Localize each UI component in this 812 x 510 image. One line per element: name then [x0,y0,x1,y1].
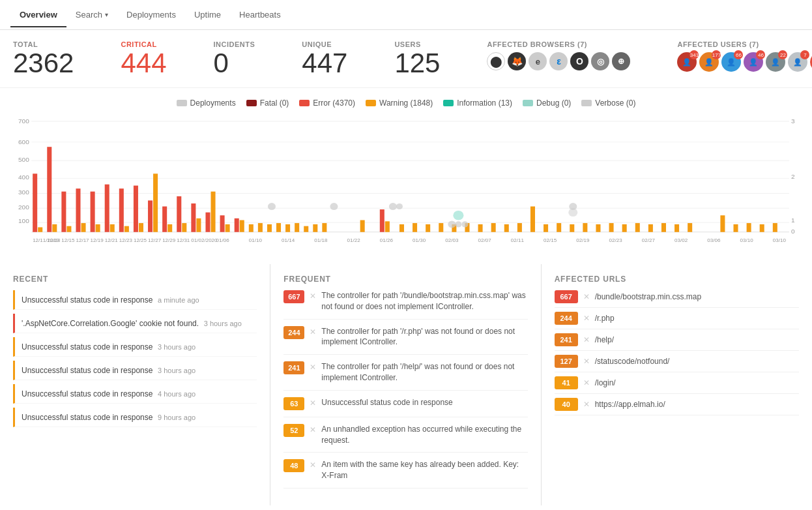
url-item-3[interactable]: 241 ✕ /help/ [555,333,799,351]
error-color [299,100,310,106]
svg-text:12/25: 12/25 [134,238,147,244]
svg-text:01/02/2020: 01/02/2020 [191,238,217,244]
freq-item-2[interactable]: 244 ✕ The controller for path '/r.php' w… [283,326,527,355]
freq-item-3[interactable]: 241 ✕ The controller for path '/help/' w… [283,361,527,391]
critical-value: 444 [121,50,166,77]
url-item-4[interactable]: 127 ✕ /statuscode/notfound/ [555,355,799,372]
recent-item-6[interactable]: Unsuccessful status code in response 9 h… [13,408,257,427]
bottom-sections: RECENT Unsuccessful status code in respo… [0,264,812,505]
affected-urls-section: AFFECTED URLS 667 ✕ /bundle/bootstrap.mi… [542,264,812,505]
svg-text:3: 3 [791,117,795,124]
users-affected-label: AFFECTED USERS (7) [677,40,812,48]
svg-rect-17 [47,147,51,232]
svg-rect-26 [110,224,115,232]
unique-value: 447 [302,50,347,77]
freq-text-3: The controller for path '/help/' was not… [321,361,527,383]
nav-overview[interactable]: Overview [10,2,66,27]
svg-rect-50 [295,223,299,232]
svg-rect-59 [426,224,430,232]
url-item-2[interactable]: 244 ✕ /r.php [555,312,799,329]
recent-text-4: Unsuccessful status code in response [22,366,152,375]
verbose-color [581,100,592,106]
info-color [443,100,454,106]
freq-x-3: ✕ [310,363,316,372]
svg-rect-83 [760,224,764,232]
svg-rect-63 [478,224,483,232]
svg-text:12/19: 12/19 [91,238,104,244]
unique-stat: UNIQUE 447 [302,40,347,77]
recent-item-1[interactable]: Unsuccessful status code in response a m… [13,290,257,310]
recent-text-3: Unsuccessful status code in response [22,342,152,352]
recent-time-6: 9 hours ago [158,413,196,421]
total-value: 2362 [13,50,74,77]
svg-text:12/29: 12/29 [162,238,175,244]
recent-text-2: '.AspNetCore.Correlation.Google' cookie … [22,319,199,328]
svg-rect-39 [205,213,210,232]
recent-item-3[interactable]: Unsuccessful status code in response 3 h… [13,337,257,357]
users-value: 125 [394,50,440,77]
svg-point-91 [461,221,468,227]
url-text-1: /bundle/bootstrap.min.css.map [595,292,701,301]
avatar-3: 👤 66 [721,52,741,72]
svg-rect-44 [240,220,244,232]
svg-rect-46 [258,223,263,232]
freq-item-5[interactable]: 52 ✕ An unhandled exception has occurred… [283,424,527,453]
svg-text:01/10: 01/10 [249,238,262,244]
firefox-icon: 🦊 [508,52,526,70]
recent-item-5[interactable]: Unsuccessful status code in response 4 h… [13,384,257,404]
stats-row: TOTAL 2362 CRITICAL 444 INCIDENTS 0 UNIQ… [0,30,812,88]
legend-info-label: Information (13) [457,98,512,108]
url-item-1[interactable]: 667 ✕ /bundle/bootstrap.min.css.map [555,290,799,308]
url-item-5[interactable]: 41 ✕ /login/ [555,376,799,394]
affected-urls-title: AFFECTED URLS [555,275,799,284]
legend-verbose-label: Verbose (0) [595,98,635,108]
url-x-4: ✕ [583,357,590,366]
url-text-4: /statuscode/notfound/ [595,357,670,366]
freq-item-1[interactable]: 667 ✕ The controller for path '/bundle/b… [283,290,527,320]
freq-item-4[interactable]: 63 ✕ Unsuccessful status code in respons… [283,397,527,417]
svg-text:03/06: 03/06 [707,238,720,244]
svg-rect-27 [119,188,124,232]
svg-text:01/26: 01/26 [380,238,393,244]
recent-text-5: Unsuccessful status code in response [22,389,152,398]
svg-text:0: 0 [791,228,795,234]
nav-deployments[interactable]: Deployments [117,2,185,27]
freq-item-6[interactable]: 48 ✕ An item with the same key has alrea… [283,459,527,488]
svg-rect-21 [76,188,80,232]
avatar-6: 👤 7 [788,52,807,72]
bar-chart: 700 600 500 400 300 200 100 [13,114,799,258]
svg-rect-79 [688,223,692,232]
url-text-6: https://app.elmah.io/ [595,400,665,409]
svg-rect-24 [96,224,100,232]
recent-item-4[interactable]: Unsuccessful status code in response 3 h… [13,361,257,380]
freq-text-4: Unsuccessful status code in response [321,397,452,408]
svg-rect-69 [557,223,561,232]
nav-uptime[interactable]: Uptime [185,2,230,27]
affected-browsers: AFFECTED BROWSERS (7) ⬤ 🦊 e ε O ◎ ⊕ [487,40,630,70]
url-item-6[interactable]: 40 ✕ https://app.elmah.io/ [555,398,799,415]
svg-rect-40 [211,192,216,232]
legend-warning: Warning (1848) [366,98,433,108]
nav-heartbeats[interactable]: Heartbeats [230,2,290,27]
url-badge-1: 667 [555,290,578,303]
svg-text:12/21: 12/21 [105,238,118,244]
nav-search[interactable]: Search ▾ [66,2,117,27]
chart-legend: Deployments Fatal (0) Error (4370) Warni… [13,98,799,108]
svg-rect-16 [38,227,42,232]
recent-item-2[interactable]: '.AspNetCore.Correlation.Google' cookie … [13,314,257,333]
chevron-down-icon: ▾ [105,11,108,18]
legend-info: Information (13) [443,98,512,108]
svg-rect-30 [139,223,143,232]
svg-rect-15 [33,173,37,232]
freq-badge-6: 48 [283,459,304,472]
frequent-section: FREQUENT 667 ✕ The controller for path '… [270,264,541,505]
legend-warning-label: Warning (1848) [379,98,433,108]
svg-rect-68 [544,224,548,232]
svg-point-89 [448,220,456,228]
svg-text:02/19: 02/19 [576,238,589,244]
warning-color [366,100,376,106]
svg-text:200: 200 [18,204,29,211]
svg-text:12/31: 12/31 [177,238,190,244]
svg-rect-42 [225,224,230,232]
svg-rect-25 [105,185,109,232]
